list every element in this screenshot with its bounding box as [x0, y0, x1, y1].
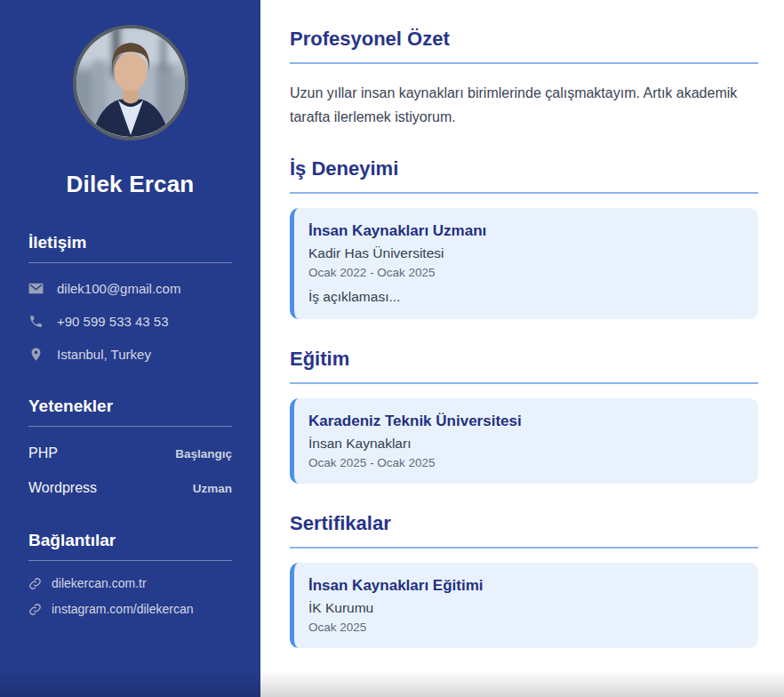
education-section: Eğitim Karadeniz Teknik Üniversitesi İns… [290, 348, 758, 484]
education-field: İnsan Kaynakları [308, 436, 740, 452]
experience-section: İş Deneyimi İnsan Kaynakları Uzmanı Kadi… [290, 157, 758, 319]
sidebar: Dilek Ercan İletişim dilek100@gmail.com … [0, 0, 260, 697]
contact-item-location: Istanbul, Turkey [28, 347, 232, 362]
links-section: Bağlantılar dilekercan.com.tr instagram.… [28, 531, 232, 616]
skill-row: PHP Başlangıç [28, 445, 232, 461]
links-heading: Bağlantılar [28, 531, 232, 561]
skill-name: Wordpress [28, 480, 97, 496]
summary-text: Uzun yıllar insan kaynakları birimlerind… [290, 81, 752, 129]
contact-list: dilek100@gmail.com +90 599 533 43 53 Ist… [28, 281, 232, 362]
link-text: dilekercan.com.tr [52, 576, 147, 590]
contact-section: İletişim dilek100@gmail.com +90 599 533 … [28, 233, 232, 362]
contact-phone-text: +90 599 533 43 53 [57, 314, 169, 329]
education-heading: Eğitim [290, 348, 758, 384]
link-text: instagram.com/dilekercan [52, 602, 194, 616]
education-school: Karadeniz Teknik Üniversitesi [308, 413, 740, 430]
skill-level-badge: Uzman [193, 482, 232, 495]
experience-heading: İş Deneyimi [290, 157, 758, 194]
link-icon [28, 577, 42, 590]
skills-list: PHP Başlangıç Wordpress Uzman [28, 445, 232, 496]
skills-heading: Yetenekler [28, 397, 232, 427]
contact-heading: İletişim [28, 233, 232, 263]
location-icon [28, 347, 44, 362]
education-dates: Ocak 2025 - Ocak 2025 [308, 456, 740, 469]
skills-section: Yetenekler PHP Başlangıç Wordpress Uzman [28, 397, 232, 496]
mail-icon [28, 281, 44, 296]
experience-role: İnsan Kaynakları Uzmanı [308, 222, 740, 240]
certificate-issuer: İK Kurumu [308, 600, 740, 616]
skill-row: Wordpress Uzman [28, 480, 232, 496]
certificate-dates: Ocak 2025 [308, 621, 740, 634]
contact-email-text: dilek100@gmail.com [57, 281, 180, 296]
certificates-heading: Sertifikalar [290, 512, 758, 549]
experience-card: İnsan Kaynakları Uzmanı Kadir Has Üniver… [290, 208, 758, 319]
certificate-name: İnsan Kaynakları Eğitimi [308, 577, 740, 595]
link-item-instagram[interactable]: instagram.com/dilekercan [28, 602, 232, 616]
skill-level-badge: Başlangıç [175, 447, 232, 461]
experience-dates: Ocak 2022 - Ocak 2025 [308, 266, 740, 279]
profile-photo [76, 28, 185, 137]
avatar [73, 25, 188, 140]
phone-icon [28, 314, 44, 329]
person-name: Dilek Ercan [28, 171, 232, 198]
experience-organization: Kadir Has Üniversitesi [308, 245, 740, 261]
contact-item-email: dilek100@gmail.com [28, 281, 232, 296]
experience-description: İş açıklaması... [308, 289, 740, 305]
summary-section: Profesyonel Özet Uzun yıllar insan kayna… [290, 28, 758, 129]
contact-location-text: Istanbul, Turkey [57, 347, 151, 362]
certificates-section: Sertifikalar İnsan Kaynakları Eğitimi İK… [290, 512, 758, 648]
contact-item-phone: +90 599 533 43 53 [28, 314, 232, 329]
skill-name: PHP [28, 445, 58, 461]
link-item-website[interactable]: dilekercan.com.tr [28, 576, 232, 590]
links-list: dilekercan.com.tr instagram.com/dilekerc… [28, 576, 232, 616]
resume-page: Dilek Ercan İletişim dilek100@gmail.com … [0, 0, 784, 697]
main-content: Profesyonel Özet Uzun yıllar insan kayna… [260, 0, 784, 697]
education-card: Karadeniz Teknik Üniversitesi İnsan Kayn… [290, 398, 758, 484]
certificate-card: İnsan Kaynakları Eğitimi İK Kurumu Ocak … [290, 563, 758, 648]
summary-heading: Profesyonel Özet [290, 28, 758, 64]
link-icon [28, 603, 42, 616]
